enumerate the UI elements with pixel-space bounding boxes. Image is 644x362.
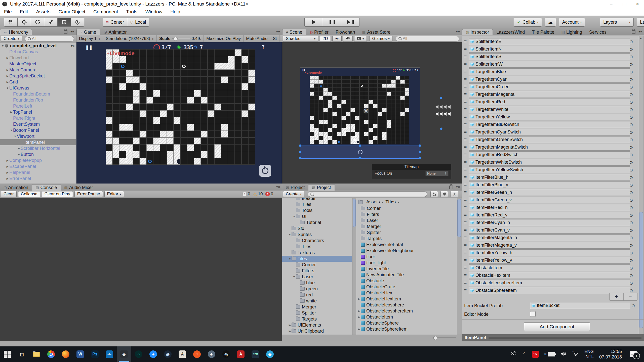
object-field[interactable]: ItemFilterGreen_v bbox=[469, 197, 630, 203]
object-picker-icon[interactable]: ⊙ bbox=[629, 115, 633, 120]
2d-toggle[interactable]: 2D bbox=[320, 36, 331, 42]
layers-dropdown[interactable]: Layers▾ bbox=[600, 18, 634, 27]
object-picker-icon[interactable]: ⊙ bbox=[629, 205, 633, 210]
drag-handle[interactable]: = bbox=[464, 69, 467, 74]
scene-viewport[interactable]: ❚❚ ● Livemode 3/7 ◈ 335 ϟ 7 ? ✳ bbox=[282, 42, 462, 184]
drag-handle[interactable]: = bbox=[464, 76, 467, 82]
pause-button[interactable] bbox=[323, 18, 341, 27]
clear-button[interactable]: Clear bbox=[1, 191, 17, 197]
object-picker-icon[interactable]: ⊙ bbox=[629, 190, 633, 195]
gem-app-icon[interactable]: ◆ bbox=[263, 346, 277, 362]
object-picker-icon[interactable]: ⊙ bbox=[629, 100, 633, 105]
object-picker-icon[interactable]: ⊙ bbox=[629, 160, 633, 165]
remove-item-button[interactable]: − bbox=[623, 293, 637, 300]
language-indicator[interactable]: ENGINTL bbox=[584, 349, 594, 359]
project-folder-corner[interactable]: Corner bbox=[282, 262, 352, 268]
asset-corner[interactable]: Corner bbox=[356, 205, 457, 211]
hierarchy-item-escapepanel[interactable]: ▶EscapePanel bbox=[0, 163, 76, 169]
chrome-icon[interactable] bbox=[44, 346, 58, 362]
project-folder-splitter[interactable]: Splitter bbox=[282, 310, 352, 316]
tab-services[interactable]: Services bbox=[586, 29, 610, 35]
space-toggle-button[interactable]: ⬡Local bbox=[127, 18, 149, 27]
display-dropdown[interactable]: Display 1⇕ bbox=[76, 35, 103, 42]
project-folder-tutorial[interactable]: Tutorial bbox=[282, 219, 352, 225]
hierarchy-item-toppanel[interactable]: ▶TopPanel bbox=[0, 109, 76, 115]
rect-tool-button[interactable] bbox=[57, 18, 71, 27]
tab-inspector[interactable]: ◍Inspector bbox=[462, 29, 493, 35]
search-by-type-button[interactable] bbox=[430, 191, 438, 197]
lock-icon[interactable] bbox=[449, 186, 453, 189]
stats-button[interactable]: St bbox=[270, 35, 279, 42]
tab-flowchart[interactable]: Flowchart bbox=[332, 29, 359, 35]
drag-handle[interactable]: = bbox=[464, 99, 467, 105]
menu-component[interactable]: Component bbox=[89, 9, 122, 15]
drag-handle[interactable]: = bbox=[464, 235, 467, 240]
play-button[interactable] bbox=[304, 18, 323, 27]
tab-profiler[interactable]: ◴Profiler bbox=[306, 29, 332, 35]
asset-splitter[interactable]: Splitter bbox=[356, 230, 457, 236]
drag-handle[interactable]: = bbox=[464, 39, 467, 44]
project-folder-tiles[interactable]: ▼Tiles bbox=[282, 256, 352, 262]
steam-app-icon[interactable]: ◉ bbox=[160, 346, 175, 362]
menu-window[interactable]: Window bbox=[141, 9, 167, 15]
lighting-toggle[interactable]: ☀ bbox=[332, 36, 342, 42]
object-field[interactable]: ItemFilterCyan_v bbox=[469, 227, 630, 234]
project-folder-merger[interactable]: Merger bbox=[282, 304, 352, 310]
object-field[interactable]: ObstacleItem bbox=[469, 264, 630, 271]
breadcrumb-root[interactable]: Assets bbox=[366, 199, 380, 205]
tilemap-overlay-title[interactable]: Tilemap bbox=[372, 164, 451, 170]
rotate-tool-button[interactable] bbox=[31, 18, 44, 27]
object-picker-icon[interactable]: ⊙ bbox=[629, 84, 633, 90]
file-explorer-icon[interactable] bbox=[29, 346, 44, 362]
cloud-button[interactable]: ☁ bbox=[545, 18, 556, 27]
asset-filters[interactable]: Filters bbox=[356, 211, 457, 217]
lens-app-icon[interactable]: ◎ bbox=[219, 346, 233, 362]
asset-obstaclehex[interactable]: ObstacleHex bbox=[356, 290, 457, 296]
project-folder-blue[interactable]: blue bbox=[282, 280, 352, 286]
object-picker-icon[interactable]: ⊙ bbox=[629, 145, 633, 150]
rect-pivot-handle[interactable] bbox=[358, 150, 363, 154]
object-picker-icon[interactable]: ⊙ bbox=[629, 281, 633, 286]
panel-menu-icon[interactable]: ▾≡ bbox=[456, 30, 460, 33]
bucket-prefab-field[interactable]: ItemBucket bbox=[530, 302, 630, 309]
project-folder-uielements[interactable]: ▶UIElements bbox=[282, 322, 352, 328]
inspector-scrollbar[interactable]: ▲ ▼ bbox=[639, 36, 643, 343]
create-button[interactable]: Create▾ bbox=[283, 191, 304, 197]
scene-search-input[interactable]: All bbox=[396, 36, 459, 41]
object-picker-icon[interactable]: ⊙ bbox=[629, 198, 633, 203]
asset-obstaclecrate[interactable]: ObstacleCrate bbox=[356, 284, 457, 290]
object-picker-icon[interactable]: ⊙ bbox=[629, 62, 633, 67]
drag-handle[interactable]: = bbox=[464, 190, 467, 195]
collapse-button[interactable]: Collapse bbox=[18, 191, 40, 197]
drag-handle[interactable]: = bbox=[464, 182, 467, 188]
menu-edit[interactable]: Edit bbox=[16, 9, 32, 15]
object-picker-icon[interactable]: ⊙ bbox=[629, 228, 633, 233]
itempanel-drag-header[interactable]: ItemPanel bbox=[462, 334, 644, 341]
drag-handle[interactable]: = bbox=[464, 257, 467, 263]
asset-obstacle[interactable]: Obstacle bbox=[356, 278, 457, 284]
asset-explosivetileneighbour[interactable]: ExplosiveTileNeighbour bbox=[356, 248, 457, 254]
drag-handle[interactable]: = bbox=[464, 212, 467, 218]
close-button[interactable]: ✕ bbox=[631, 0, 644, 8]
tab-project[interactable]: ▨Project bbox=[308, 184, 335, 191]
hierarchy-item-bottompanel[interactable]: ▼BottomPanel bbox=[0, 127, 76, 133]
drag-handle[interactable]: = bbox=[464, 92, 467, 97]
project-folder-green[interactable]: green bbox=[282, 286, 352, 292]
menu-assets[interactable]: Assets bbox=[32, 9, 54, 15]
asset-floor[interactable]: floor bbox=[356, 254, 457, 260]
tab-project[interactable]: ▨Project bbox=[282, 185, 308, 191]
drag-handle[interactable]: = bbox=[464, 174, 467, 180]
project-folder-ui[interactable]: ▼UI bbox=[282, 213, 352, 219]
drag-handle[interactable]: = bbox=[464, 273, 467, 278]
drag-handle[interactable]: = bbox=[464, 122, 467, 127]
asset-new-animated-tile[interactable]: New Animated Tile bbox=[356, 272, 457, 278]
error-count-toggle[interactable]: !0 bbox=[265, 192, 273, 197]
hierarchy-item-main-camera[interactable]: ▶Main Camera bbox=[0, 67, 76, 73]
console-log-area[interactable] bbox=[0, 198, 282, 341]
task-view-icon[interactable]: ◫ bbox=[15, 346, 29, 362]
project-folder-uniclipboard[interactable]: ▶UniClipboard bbox=[282, 328, 352, 334]
object-field[interactable]: ObstacleSphereItem bbox=[469, 287, 630, 294]
scale-slider[interactable]: Scale 0.49: bbox=[157, 35, 204, 42]
project-folder-sfx[interactable]: Sfx bbox=[282, 225, 352, 232]
asset-obstaclesphere[interactable]: ObstacleSphere bbox=[356, 320, 457, 326]
